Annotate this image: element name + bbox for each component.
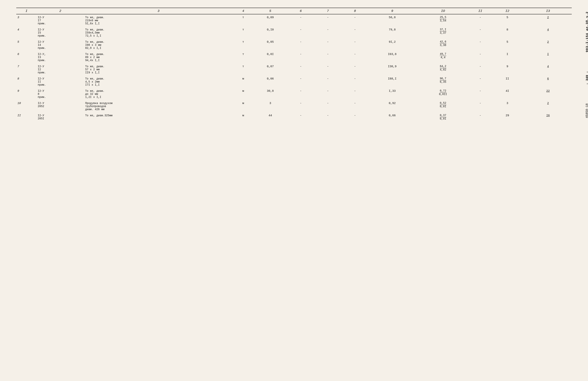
header-col-5: 5: [253, 8, 287, 14]
table-row: 6I2-У, I3 прим.То же, диам. 89 x 2 мм 94…: [16, 51, 572, 64]
header-col-11: II: [470, 8, 490, 14]
side-label-mid: - 349 -: [585, 71, 588, 85]
header-col-8: 8: [341, 8, 369, 14]
header-col-10: IO: [416, 8, 470, 14]
header-col-9: 9: [369, 8, 416, 14]
table-row: 10I2-У 2052Продувка воздухом трубопровод…: [16, 100, 572, 112]
header-col-12: I2: [490, 8, 525, 14]
header-col-4: 4: [233, 8, 253, 14]
table-row: 8I2-У II прим.То же, диам. 4,5 x 2мм I7I…: [16, 76, 572, 88]
side-label-bot: 45858-18: [585, 104, 588, 118]
main-table: I 2 3 4 5 6 7 8 9 IO II I2 I3 3I2-У I7 п…: [16, 8, 572, 122]
header-col-2: 2: [37, 8, 84, 14]
table-row: 7I2-У I2 прим.То же, диам. 57 x 2 мм II9…: [16, 64, 572, 76]
header-col-3: 3: [84, 8, 233, 14]
table-row: 9I2-У 8 прим.То же, диам. до 32 мм 1,2I …: [16, 88, 572, 100]
header-col-13: I3: [524, 8, 572, 14]
table-row: 4I2-У I5 прим.То же, диам. I59x4,5мм 72,…: [16, 27, 572, 39]
table-row: III2-У 205IТо же, диам.325ммм44---0,660,…: [16, 112, 572, 122]
header-col-1: I: [16, 8, 37, 14]
header-col-7: 7: [314, 8, 341, 14]
header-col-6: 6: [287, 8, 314, 14]
table-row: 5I2-У I4 прим.То же, диам. I08 x 3 мм 82…: [16, 39, 572, 51]
table-row: 3I2-У I7 прим.То же, диам. 219x6 мм 5I,6…: [16, 14, 572, 27]
page-container: 903-I-154 дл.ЗП,ч.2 - 349 - 45858-18 I 2…: [16, 8, 572, 122]
header-row: I 2 3 4 5 6 7 8 9 IO II I2 I3: [16, 8, 572, 14]
side-label-top: 903-I-154 дл.ЗП,ч.2: [585, 12, 588, 52]
